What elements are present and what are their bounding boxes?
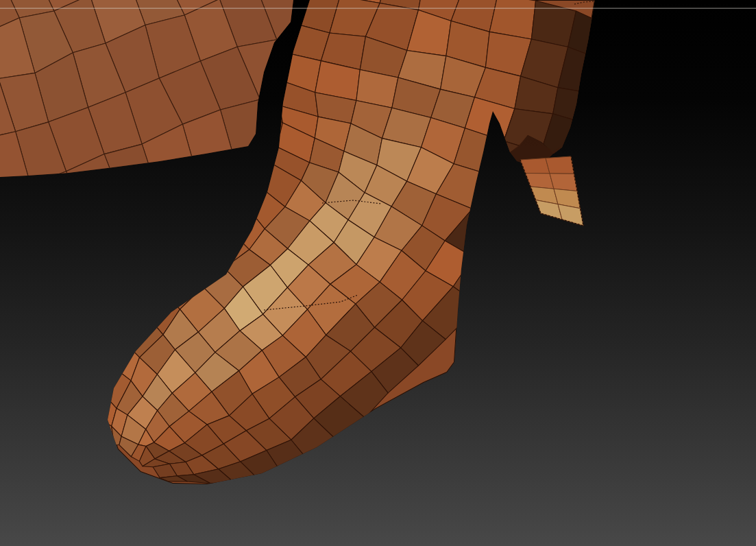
viewport: [0, 0, 756, 546]
canvas-top-line: [0, 8, 756, 9]
strap-quad: [520, 158, 550, 174]
strap-quad: [550, 174, 577, 191]
viewport-canvas[interactable]: [0, 0, 756, 546]
strap-quad: [546, 156, 574, 174]
